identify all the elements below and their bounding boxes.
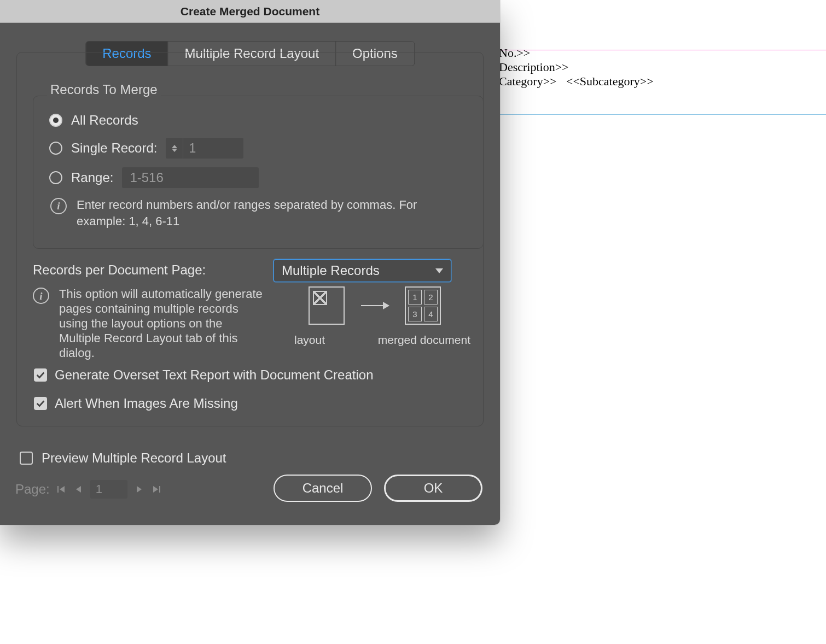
records-per-page-hint: i This option will automatically generat… (33, 286, 263, 360)
ok-button[interactable]: OK (384, 475, 482, 502)
first-page-button[interactable] (55, 483, 67, 495)
layout-diagram: 1234 layout merged document (290, 286, 459, 347)
svg-rect-5 (159, 486, 160, 493)
checkbox-alert-missing-images[interactable] (34, 397, 47, 410)
range-hint-row: i Enter record numbers and/or ranges sep… (50, 197, 456, 230)
records-per-page-label: Records per Document Page: (33, 262, 206, 278)
diagram-layout-icon (309, 286, 345, 325)
info-icon: i (33, 288, 49, 304)
check-icon (36, 370, 45, 380)
label-single-record: Single Record: (71, 140, 157, 156)
page-navigator: Page: (15, 480, 162, 499)
prev-page-icon (74, 485, 83, 494)
chevron-down-icon (172, 149, 177, 152)
page-number-input[interactable] (90, 480, 127, 499)
radio-range[interactable] (49, 171, 62, 184)
diagram-caption-layout: layout (294, 333, 325, 347)
svg-marker-2 (76, 486, 81, 493)
svg-marker-3 (137, 486, 142, 493)
dialog-title: Create Merged Document (0, 0, 500, 23)
radio-single-record[interactable] (49, 142, 62, 155)
range-input[interactable] (122, 167, 259, 188)
svg-marker-4 (153, 486, 158, 493)
dialog-buttons: Cancel OK (274, 475, 482, 502)
merge-field-category: Category>> (499, 74, 556, 89)
svg-rect-0 (57, 486, 59, 493)
create-merged-document-dialog: Create Merged Document Records Multiple … (0, 0, 500, 525)
diagram-caption-merged: merged document (378, 333, 470, 347)
last-page-icon (152, 485, 161, 494)
info-icon: i (50, 198, 67, 214)
merge-field-no: No.>> (499, 46, 530, 60)
single-record-stepper[interactable] (166, 138, 183, 159)
check-icon (36, 399, 45, 408)
label-preview-layout: Preview Multiple Record Layout (42, 450, 226, 466)
records-per-page-value: Multiple Records (282, 263, 380, 278)
checkbox-preview-layout[interactable] (20, 452, 33, 465)
page-margin-guide (498, 50, 826, 50)
range-hint-text: Enter record numbers and/or ranges separ… (77, 197, 456, 230)
cancel-button[interactable]: Cancel (274, 475, 372, 502)
svg-marker-1 (60, 486, 65, 493)
single-record-input[interactable] (183, 141, 243, 156)
label-range: Range: (71, 170, 113, 185)
next-page-icon (135, 485, 143, 494)
prev-page-button[interactable] (73, 483, 85, 495)
arrow-right-icon (361, 305, 388, 306)
diagram-merged-icon: 1234 (405, 286, 441, 325)
chevron-up-icon (172, 145, 177, 148)
label-overset-report: Generate Overset Text Report with Docume… (55, 367, 374, 383)
page-bleed-guide (498, 0, 826, 115)
page-label: Page: (15, 482, 50, 497)
first-page-icon (57, 485, 66, 494)
merge-field-description: Description>> (499, 60, 568, 74)
last-page-button[interactable] (150, 483, 162, 495)
checkbox-overset-report[interactable] (34, 368, 47, 382)
records-per-page-dropdown[interactable]: Multiple Records (274, 259, 451, 282)
records-to-merge-legend: Records To Merge (47, 82, 161, 97)
label-alert-missing-images: Alert When Images Are Missing (55, 396, 238, 411)
next-page-button[interactable] (133, 483, 145, 495)
radio-all-records[interactable] (49, 114, 62, 127)
chevron-down-icon (435, 268, 443, 273)
single-record-field (166, 138, 243, 159)
label-all-records: All Records (71, 113, 138, 128)
merge-field-subcategory: <<Subcategory>> (566, 74, 654, 89)
records-per-page-hint-text: This option will automatically generate … (59, 286, 263, 360)
